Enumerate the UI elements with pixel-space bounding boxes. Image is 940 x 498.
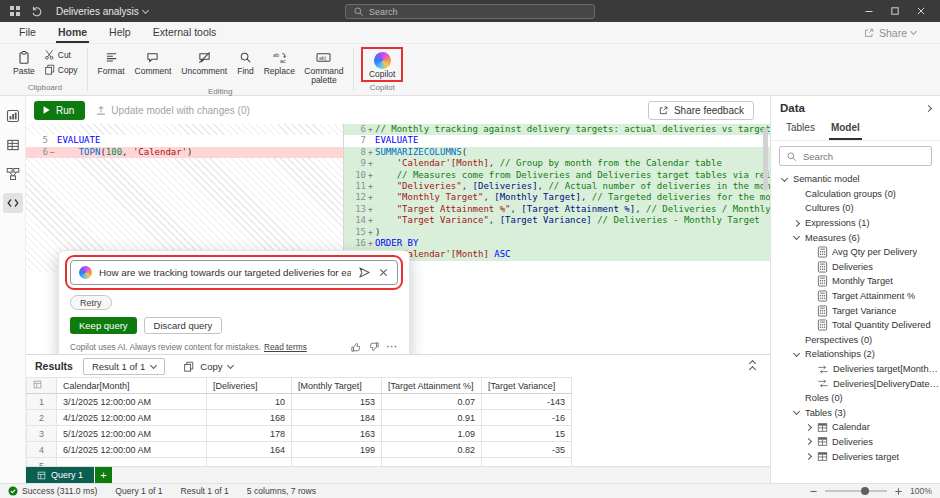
- discard-query-button[interactable]: Discard query: [144, 317, 223, 334]
- tree-item-calculation-groups-0[interactable]: Calculation groups (0): [771, 187, 940, 202]
- editor-scrollbar[interactable]: [763, 127, 768, 191]
- result-selector-dropdown[interactable]: Result 1 of 1: [83, 358, 165, 375]
- more-options-icon[interactable]: ···: [387, 342, 398, 352]
- editing-replace-button[interactable]: abacReplace: [260, 46, 299, 77]
- results-row[interactable]: 35/1/2025 12:00:00 AM1781631.0915: [27, 426, 572, 442]
- tree-item-deliveries[interactable]: Deliveries: [771, 435, 940, 450]
- zoom-slider[interactable]: [825, 490, 887, 492]
- tree-item-perspectives-0[interactable]: Perspectives (0): [771, 333, 940, 348]
- results-cell[interactable]: [207, 458, 292, 467]
- results-cell[interactable]: 168: [207, 410, 292, 426]
- editing-comment-button[interactable]: Comment: [131, 46, 176, 77]
- close-icon[interactable]: [908, 0, 934, 22]
- results-cell[interactable]: 0.07: [382, 394, 482, 410]
- code-line-6[interactable]: 6− TOPN(100, 'Calendar'): [26, 147, 343, 158]
- title-chevron-down-icon[interactable]: [142, 6, 149, 13]
- paste-button[interactable]: Paste: [9, 46, 39, 77]
- tree-item-deliveries-target-month-calen[interactable]: Deliveries target[Month] <--> Calen...: [771, 362, 940, 377]
- code-line-7[interactable]: 7EVALUATE: [344, 135, 770, 146]
- query-tab[interactable]: Query 1: [26, 467, 94, 483]
- editing-find-button[interactable]: Find: [233, 46, 258, 77]
- tree-item-roles-0[interactable]: Roles (0): [771, 391, 940, 406]
- results-column-header[interactable]: Calendar[Month]: [57, 378, 207, 394]
- code-line-9[interactable]: 9+ 'Calendar'[Month], // Group by month …: [344, 158, 770, 169]
- collapse-pane-chevron-icon[interactable]: [925, 104, 932, 111]
- tree-item-expressions-1[interactable]: Expressions (1): [771, 216, 940, 231]
- copilot-prompt-input[interactable]: How are we tracking towards our targeted…: [70, 260, 398, 285]
- results-cell[interactable]: 6/1/2025 12:00:00 AM: [57, 442, 207, 458]
- app-grid-icon[interactable]: [6, 3, 24, 19]
- tree-item-deliveries[interactable]: Deliveries: [771, 260, 940, 275]
- minimize-icon[interactable]: [856, 0, 882, 22]
- results-row[interactable]: 46/1/2025 12:00:00 AM1641990.82-35: [27, 442, 572, 458]
- results-cell[interactable]: 5/1/2025 12:00:00 AM: [57, 426, 207, 442]
- undo-icon[interactable]: [28, 3, 46, 19]
- results-cell[interactable]: 1.09: [382, 426, 482, 442]
- results-column-header[interactable]: [Monthly Target]: [292, 378, 382, 394]
- results-row[interactable]: 24/1/2025 12:00:00 AM1681840.91-16: [27, 410, 572, 426]
- tree-item-deliveries-deliverydate-calend[interactable]: Deliveries[DeliveryDate] <-- Calend...: [771, 376, 940, 391]
- code-line-14[interactable]: 14+ "Target Variance", [Target Variance]…: [344, 215, 770, 226]
- tree-item-monthly-target[interactable]: Monthly Target: [771, 274, 940, 289]
- editing-format-button[interactable]: Format: [94, 46, 129, 77]
- code-line-6[interactable]: 6+// Monthly tracking against delivery t…: [344, 124, 770, 135]
- results-cell[interactable]: 0.82: [382, 442, 482, 458]
- tree-item-tables-3[interactable]: Tables (3): [771, 406, 940, 421]
- zoom-out-icon[interactable]: [809, 487, 818, 496]
- data-pane-search[interactable]: Search: [779, 146, 932, 166]
- tree-item-cultures-0[interactable]: Cultures (0): [771, 201, 940, 216]
- add-query-button[interactable]: +: [95, 467, 112, 483]
- results-cell[interactable]: 199: [292, 442, 382, 458]
- zoom-in-icon[interactable]: [894, 487, 903, 496]
- results-column-header[interactable]: [Deliveries]: [207, 378, 292, 394]
- results-grid-viewport[interactable]: Calendar[Month][Deliveries][Monthly Targ…: [26, 377, 770, 466]
- results-cell[interactable]: [382, 458, 482, 467]
- share-feedback-button[interactable]: Share feedback: [648, 101, 754, 120]
- results-cell[interactable]: 0.91: [382, 410, 482, 426]
- model-view-button[interactable]: [3, 164, 23, 184]
- results-cell[interactable]: [57, 458, 207, 467]
- results-cell[interactable]: 163: [292, 426, 382, 442]
- thumbs-up-icon[interactable]: [351, 342, 361, 352]
- tree-item-avg-qty-per-delivery[interactable]: Avg Qty per Delivery: [771, 245, 940, 260]
- tree-item-relationships-2[interactable]: Relationships (2): [771, 347, 940, 362]
- results-cell[interactable]: 153: [292, 394, 382, 410]
- table-view-button[interactable]: [3, 135, 23, 155]
- read-terms-link[interactable]: Read terms: [264, 342, 307, 352]
- results-cell[interactable]: [292, 458, 382, 467]
- tree-item-semantic-model[interactable]: Semantic model: [771, 172, 940, 187]
- code-line-11[interactable]: 11+ "Deliveries", [Deliveries], // Actua…: [344, 181, 770, 192]
- thumbs-down-icon[interactable]: [369, 342, 379, 352]
- results-row[interactable]: 13/1/2025 12:00:00 AM101530.07-143: [27, 394, 572, 410]
- tree-item-total-quantity-delivered[interactable]: Total Quantity Delivered: [771, 318, 940, 333]
- code-line-8[interactable]: 8+SUMMARIZECOLUMNS(: [344, 147, 770, 158]
- tree-item-measures-6[interactable]: Measures (6): [771, 230, 940, 245]
- results-cell[interactable]: 4/1/2025 12:00:00 AM: [57, 410, 207, 426]
- results-cell[interactable]: [482, 458, 572, 467]
- code-line-16[interactable]: 16+ORDER BY: [344, 238, 770, 249]
- ribbon-tab-home[interactable]: Home: [47, 23, 98, 42]
- tree-item-target-variance[interactable]: Target Variance: [771, 303, 940, 318]
- dax-editor[interactable]: 5EVALUATE6− TOPN(100, 'Calendar') 6+// M…: [26, 124, 770, 354]
- code-line-10[interactable]: 10+ // Measures come from Deliveries and…: [344, 170, 770, 181]
- results-column-header[interactable]: [Target Attainment %]: [382, 378, 482, 394]
- cut-button[interactable]: Cut: [41, 48, 81, 61]
- ribbon-tab-external-tools[interactable]: External tools: [142, 23, 228, 42]
- tree-item-target-attainment[interactable]: Target Attainment %: [771, 289, 940, 304]
- send-icon[interactable]: [358, 266, 371, 279]
- data-pane-tab-model[interactable]: Model: [825, 120, 866, 140]
- results-cell[interactable]: -16: [482, 410, 572, 426]
- code-line-5[interactable]: 5EVALUATE: [26, 135, 343, 146]
- zoom-slider-thumb[interactable]: [861, 487, 869, 495]
- results-cell[interactable]: -143: [482, 394, 572, 410]
- retry-button[interactable]: Retry: [70, 295, 112, 310]
- update-model-button[interactable]: Update model with changes (0): [95, 104, 249, 116]
- code-line-15[interactable]: 15+): [344, 227, 770, 238]
- tree-item-calendar[interactable]: Calendar: [771, 420, 940, 435]
- code-line-12[interactable]: 12+ "Monthly Target", [Monthly Target], …: [344, 192, 770, 203]
- titlebar-search-box[interactable]: Search: [345, 4, 595, 19]
- ribbon-tab-file[interactable]: File: [8, 23, 47, 42]
- editing-command-palette-button[interactable]: ab|Command palette: [301, 46, 347, 86]
- results-cell[interactable]: 164: [207, 442, 292, 458]
- copy-button[interactable]: Copy: [41, 63, 81, 76]
